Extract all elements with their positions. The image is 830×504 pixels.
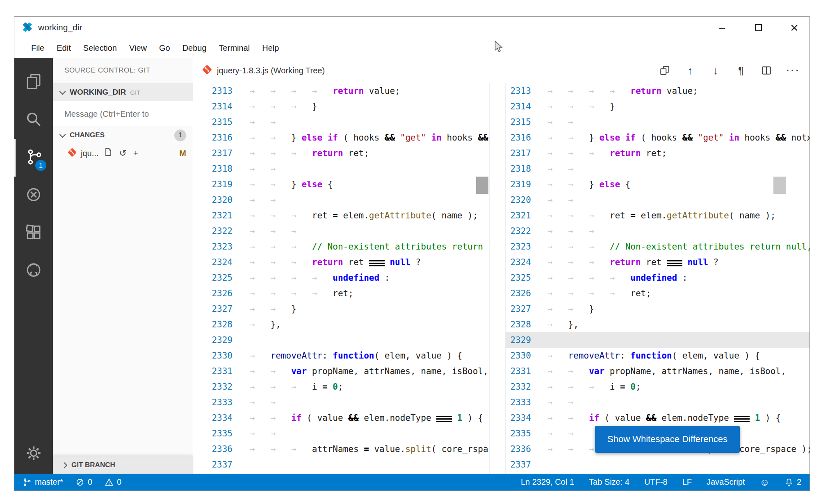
menu-file[interactable]: File xyxy=(25,41,50,55)
menu-debug[interactable]: Debug xyxy=(176,41,213,55)
code-line[interactable]: 2324→ → → return ret === null ? xyxy=(506,254,809,270)
sidebar-section-working-dir[interactable]: WORKING_DIR GIT xyxy=(53,83,193,101)
commit-message-input[interactable]: Message (Ctrl+Enter to xyxy=(53,101,193,126)
menu-view[interactable]: View xyxy=(123,41,153,55)
code-line[interactable]: 2318→ → xyxy=(193,161,489,177)
code-line[interactable]: 2329 xyxy=(506,332,809,348)
code-line[interactable]: 2327→ → } xyxy=(506,301,809,317)
code-line[interactable]: 2328→ }, xyxy=(506,317,809,332)
code-line[interactable]: 2316→ → } else if ( hooks && "get" in ho… xyxy=(193,130,489,145)
diff-right-pane[interactable]: 2313→ → → → return value;2314→ → → }2315… xyxy=(505,83,809,474)
code-line[interactable]: 2331→ → var propName, attrNames, name, i… xyxy=(506,363,809,379)
code-line[interactable]: 2325→ → → → undefined : xyxy=(506,270,809,286)
tab-size-indicator[interactable]: Tab Size: 4 xyxy=(589,477,629,487)
activity-settings[interactable] xyxy=(14,434,53,474)
code-line[interactable]: 2323→ → → // Non-existent attributes ret… xyxy=(506,239,809,254)
code-line[interactable]: 2317→ → → return ret; xyxy=(193,145,489,161)
previous-change-icon[interactable]: ↑ xyxy=(684,64,696,77)
code-line[interactable]: 2327→ → } xyxy=(193,301,489,317)
changed-file-row[interactable]: jqu... ↺ + M xyxy=(53,144,193,162)
code-line[interactable]: 2314→ → → } xyxy=(506,99,809,114)
code-line[interactable]: 2317→ → → return ret; xyxy=(506,145,809,161)
activity-github[interactable] xyxy=(14,252,53,290)
code-line[interactable]: 2315→ → xyxy=(506,114,809,130)
code-line[interactable]: 2332→ → → i = 0; xyxy=(193,379,489,395)
code-line[interactable]: 2333→ → xyxy=(193,395,489,410)
code-line[interactable]: 2324→ → → return ret === null ? xyxy=(193,254,489,270)
code-line[interactable]: 2316→ → } else if ( hooks && "get" in ho… xyxy=(506,130,809,145)
stage-changes-icon[interactable]: + xyxy=(133,148,139,159)
diff-left-pane[interactable]: 2313→ → → → return value;2314→ → → }2315… xyxy=(193,83,489,474)
diff-sash[interactable] xyxy=(489,83,505,474)
split-editor-icon[interactable] xyxy=(761,65,772,76)
menu-help[interactable]: Help xyxy=(256,41,285,55)
code-text: → → xyxy=(244,161,489,177)
code-line[interactable]: 2315→ → xyxy=(193,114,489,130)
code-text xyxy=(542,332,809,348)
code-line[interactable]: 2334→ → if ( value && elem.nodeType === … xyxy=(193,410,489,426)
code-line[interactable]: 2326→ → → → ret; xyxy=(193,286,489,301)
code-line[interactable]: 2322→ → → xyxy=(193,223,489,239)
more-actions-icon[interactable]: ··· xyxy=(786,64,800,77)
left-scrollbar-thumb[interactable] xyxy=(476,177,488,194)
code-line[interactable]: 2332→ → → i = 0; xyxy=(506,379,809,395)
code-line[interactable]: 2336→ → → attrNames = value.split( core_… xyxy=(193,441,489,457)
open-file-icon[interactable] xyxy=(104,148,112,159)
code-line[interactable]: 2321→ → → ret = elem.getAttribute( name … xyxy=(193,208,489,223)
code-line[interactable]: 2333→ → xyxy=(506,395,809,410)
code-line[interactable]: 2320→ → xyxy=(193,192,489,208)
menu-selection[interactable]: Selection xyxy=(77,41,123,55)
code-line[interactable]: 2313→ → → → return value; xyxy=(506,83,809,99)
toggle-whitespace-icon[interactable]: ¶ xyxy=(735,64,747,77)
notifications-indicator[interactable]: 2 xyxy=(784,477,801,487)
code-text: → → → ret = elem.getAttribute( name ); xyxy=(244,208,489,223)
activity-search[interactable] xyxy=(14,101,53,139)
code-line[interactable]: 2330→ removeAttr: function( elem, value … xyxy=(506,348,809,363)
activity-source-control[interactable]: 1 xyxy=(14,139,53,177)
minimize-button[interactable]: – xyxy=(716,21,728,34)
code-line[interactable]: 2337 xyxy=(193,457,489,472)
menu-go[interactable]: Go xyxy=(153,41,176,55)
line-number: 2335 xyxy=(193,426,244,441)
code-line[interactable]: 2328→ }, xyxy=(193,317,489,332)
changes-section-header[interactable]: CHANGES 1 xyxy=(53,126,193,144)
next-change-icon[interactable]: ↓ xyxy=(710,64,721,77)
eol-indicator[interactable]: LF xyxy=(682,477,692,487)
git-branch-section-header[interactable]: GIT BRANCH xyxy=(53,456,193,474)
right-scrollbar-thumb[interactable] xyxy=(773,177,786,194)
code-line[interactable]: 2326→ → → → ret; xyxy=(506,286,809,301)
code-line[interactable]: 2337 xyxy=(506,457,809,472)
error-indicator[interactable]: 0 xyxy=(75,477,92,487)
warning-indicator[interactable]: 0 xyxy=(105,477,121,487)
feedback-smiley-icon[interactable]: ☺ xyxy=(759,477,770,488)
code-line[interactable]: 2313→ → → → return value; xyxy=(193,83,489,99)
maximize-button[interactable] xyxy=(752,21,764,34)
code-line[interactable]: 2329 xyxy=(193,332,489,348)
code-line[interactable]: 2323→ → → // Non-existent attributes ret… xyxy=(193,239,489,254)
code-line[interactable]: 2319→ → } else { xyxy=(506,177,809,192)
code-line[interactable]: 2334→ → if ( value && elem.nodeType === … xyxy=(506,410,809,426)
code-line[interactable]: 2322→ → → xyxy=(506,223,809,239)
encoding-indicator[interactable]: UTF-8 xyxy=(644,477,668,487)
show-whitespace-differences-button[interactable]: Show Whitespace Differences xyxy=(595,426,740,453)
activity-extensions[interactable] xyxy=(14,214,53,252)
branch-indicator[interactable]: master* xyxy=(23,477,63,487)
activity-explorer[interactable] xyxy=(14,64,53,101)
code-line[interactable]: 2325→ → → → undefined : xyxy=(193,270,489,286)
code-line[interactable]: 2330→ removeAttr: function( elem, value … xyxy=(193,348,489,363)
cursor-position[interactable]: Ln 2329, Col 1 xyxy=(521,477,574,487)
close-button[interactable]: × xyxy=(788,21,800,34)
code-line[interactable]: 2314→ → → } xyxy=(193,99,489,114)
menu-edit[interactable]: Edit xyxy=(50,41,77,55)
activity-debug[interactable] xyxy=(14,177,53,214)
code-line[interactable]: 2331→ → var propName, attrNames, name, i… xyxy=(193,363,489,379)
code-line[interactable]: 2320→ → xyxy=(506,192,809,208)
code-line[interactable]: 2321→ → → ret = elem.getAttribute( name … xyxy=(506,208,809,223)
code-line[interactable]: 2318→ → xyxy=(506,161,809,177)
discard-changes-icon[interactable]: ↺ xyxy=(119,148,126,159)
language-indicator[interactable]: JavaScript xyxy=(707,477,745,487)
code-line[interactable]: 2319→ → } else { xyxy=(193,177,489,192)
menu-terminal[interactable]: Terminal xyxy=(213,41,256,55)
code-line[interactable]: 2335→ → xyxy=(193,426,489,441)
open-changes-icon[interactable] xyxy=(659,65,670,76)
